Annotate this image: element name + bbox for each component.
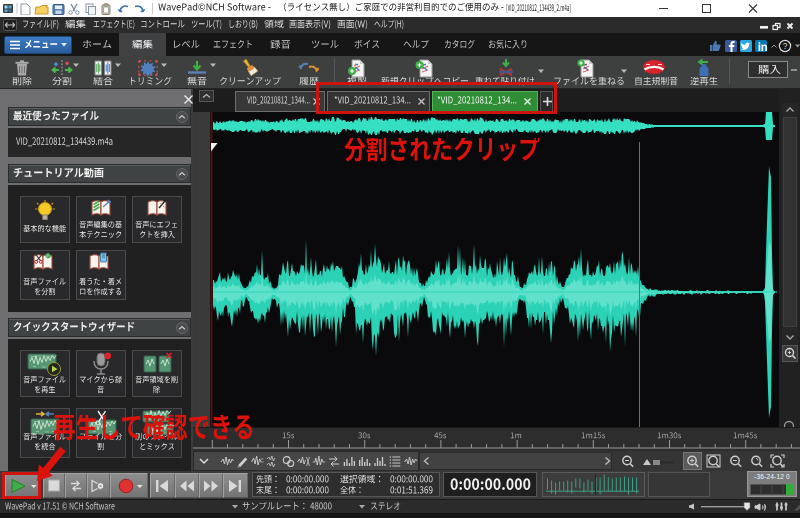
svg-text:?: ? <box>783 41 788 51</box>
